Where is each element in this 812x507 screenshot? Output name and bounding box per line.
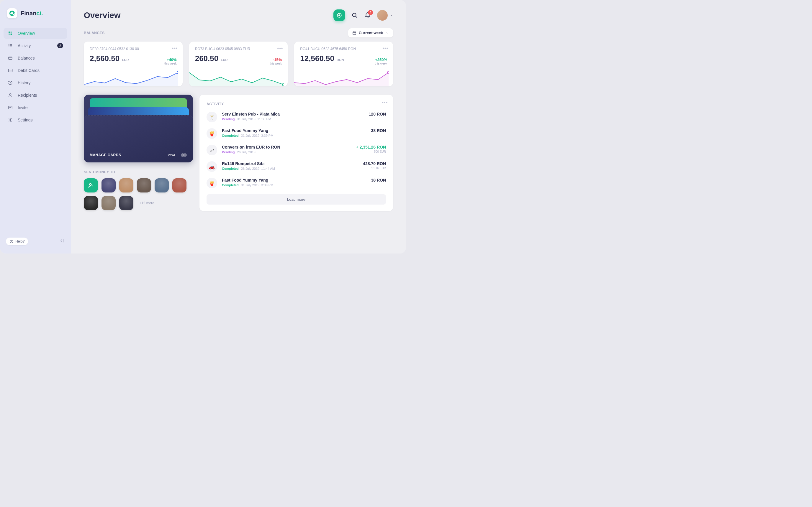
svg-rect-2 xyxy=(9,32,10,33)
balance-card[interactable]: •••RO73 BUCU 0623 0545 0883 EUR260.50EUR… xyxy=(189,42,288,87)
activity-date: 31 July 2019, 11:08 PM xyxy=(237,117,271,121)
recipient-avatar[interactable] xyxy=(101,178,116,192)
sidebar-item-debit-cards[interactable]: Debit Cards xyxy=(4,65,67,76)
sidebar-item-balances[interactable]: Balances xyxy=(4,52,67,64)
sidebar-item-recipients[interactable]: Recipients xyxy=(4,90,67,101)
balance-period: this week xyxy=(375,62,387,65)
balance-menu-button[interactable]: ••• xyxy=(383,46,388,51)
user-menu[interactable] xyxy=(377,10,393,21)
svg-rect-6 xyxy=(9,57,12,60)
svg-point-21 xyxy=(89,183,92,185)
load-more-button[interactable]: Load more xyxy=(207,194,386,205)
send-money-section: SEND MONEY TO +12 more xyxy=(84,170,193,210)
chevron-down-icon xyxy=(385,31,389,35)
avatar xyxy=(377,10,388,21)
recipient-avatar[interactable] xyxy=(119,178,133,192)
manage-cards-button[interactable]: MANAGE CARDS VISA xyxy=(84,95,193,162)
logo[interactable]: Financi. xyxy=(0,8,71,25)
activity-menu-button[interactable]: ••• xyxy=(382,100,388,105)
nav-badge: 2 xyxy=(57,43,63,48)
period-label: Current week xyxy=(359,31,383,35)
svg-rect-14 xyxy=(353,32,356,34)
period-selector[interactable]: Current week xyxy=(348,28,393,38)
card-logos: VISA xyxy=(167,153,187,157)
account-number: RO41 BUCU 0623 4675 6450 RON xyxy=(300,47,387,51)
balance-currency: RON xyxy=(337,58,344,62)
nav-label: Overview xyxy=(18,31,35,36)
sidebar-item-overview[interactable]: Overview xyxy=(4,28,67,39)
svg-point-17 xyxy=(388,71,389,74)
balance-card[interactable]: •••RO41 BUCU 0623 4675 6450 RON12,560.50… xyxy=(294,42,393,87)
svg-rect-4 xyxy=(9,34,10,35)
activity-amount: 120 RON xyxy=(369,112,386,116)
search-button[interactable] xyxy=(351,12,358,19)
nav-label: Settings xyxy=(18,118,33,122)
recipient-avatar[interactable] xyxy=(119,196,133,210)
help-button[interactable]: Help? xyxy=(6,238,28,245)
activity-status: Completed xyxy=(222,134,239,137)
activity-row[interactable]: 🍟Fast Food Yummy YangCompleted31 July 20… xyxy=(207,178,386,188)
page-title: Overview xyxy=(84,11,121,20)
sidebar-item-invite[interactable]: Invite xyxy=(4,102,67,113)
recipient-avatar[interactable] xyxy=(155,178,169,192)
activity-row[interactable]: 🍟Fast Food Yummy YangCompleted31 July 20… xyxy=(207,128,386,139)
recipient-avatar[interactable] xyxy=(84,196,98,210)
balance-amount: 2,560.50 xyxy=(90,54,119,63)
balance-period: this week xyxy=(270,62,282,65)
collapse-sidebar-button[interactable] xyxy=(60,238,65,245)
activity-name: Fast Food Yummy Yang xyxy=(222,178,366,182)
main: Overview 4 BALANCES xyxy=(71,0,406,253)
chevron-down-icon xyxy=(390,13,393,17)
svg-rect-5 xyxy=(11,34,12,35)
activity-status: Completed xyxy=(222,183,239,187)
activity-row[interactable]: 🚗Rc146 Rompetrol SibiCompleted26 July 20… xyxy=(207,161,386,172)
activity-date: 31 July 2019, 3:39 PM xyxy=(241,134,273,137)
recipient-avatar[interactable] xyxy=(172,178,187,192)
svg-point-16 xyxy=(283,83,284,86)
activity-row[interactable]: 🍸Serv Einsten Pub - Piata MicaPending31 … xyxy=(207,112,386,122)
activity-name: Serv Einsten Pub - Piata Mica xyxy=(222,112,364,116)
balance-menu-button[interactable]: ••• xyxy=(172,46,178,51)
activity-amount: 38 RON xyxy=(371,128,386,133)
activity-icon: ⇄ xyxy=(207,145,217,155)
recipient-avatar[interactable] xyxy=(137,178,151,192)
activity-amount: 38 RON xyxy=(371,178,386,182)
notifications-button[interactable]: 4 xyxy=(364,12,371,19)
add-recipient-button[interactable] xyxy=(84,178,98,192)
sidebar-item-activity[interactable]: Activity2 xyxy=(4,40,67,51)
activity-icon: 🍟 xyxy=(207,128,217,139)
nav-label: Debit Cards xyxy=(18,68,40,73)
nav: OverviewActivity2BalancesDebit CardsHist… xyxy=(0,28,71,125)
balance-menu-button[interactable]: ••• xyxy=(277,46,283,51)
recipient-avatar[interactable] xyxy=(101,196,116,210)
sidebar-item-settings[interactable]: Settings xyxy=(4,114,67,125)
balance-period: this week xyxy=(164,62,177,65)
svg-point-10 xyxy=(10,119,11,121)
history-icon xyxy=(8,80,13,86)
balances-label: BALANCES xyxy=(84,31,105,35)
activity-status: Pending xyxy=(222,150,235,154)
card-icon xyxy=(8,68,13,73)
activity-sub-amount: 500 EUR xyxy=(356,150,386,153)
activity-icon: 🍸 xyxy=(207,112,217,122)
nav-label: Activity xyxy=(18,43,31,48)
balance-card[interactable]: •••DE89 3704 0044 0532 0130 002,560.50EU… xyxy=(84,42,183,87)
svg-point-15 xyxy=(177,71,178,74)
activity-row[interactable]: ⇄Conversion from EUR to RONPending26 Jul… xyxy=(207,145,386,155)
balance-change: +250% xyxy=(375,57,387,62)
sidebar-item-history[interactable]: History xyxy=(4,77,67,89)
activity-amount: 428.70 RON xyxy=(363,161,386,166)
list-icon xyxy=(8,43,13,48)
balance-amount: 12,560.50 xyxy=(300,54,334,63)
activity-status: Pending xyxy=(222,117,235,121)
activity-date: 26 July 2019, 11:44 AM xyxy=(241,167,275,170)
activity-label: ACTIVITY xyxy=(207,102,224,106)
add-button[interactable] xyxy=(334,9,345,21)
svg-point-8 xyxy=(9,94,11,95)
balance-change: +40% xyxy=(164,57,177,62)
nav-label: Invite xyxy=(18,105,28,110)
send-money-label: SEND MONEY TO xyxy=(84,170,193,174)
balance-change: -15% xyxy=(270,57,282,62)
activity-status: Completed xyxy=(222,167,239,170)
activity-name: Rc146 Rompetrol Sibi xyxy=(222,161,358,166)
